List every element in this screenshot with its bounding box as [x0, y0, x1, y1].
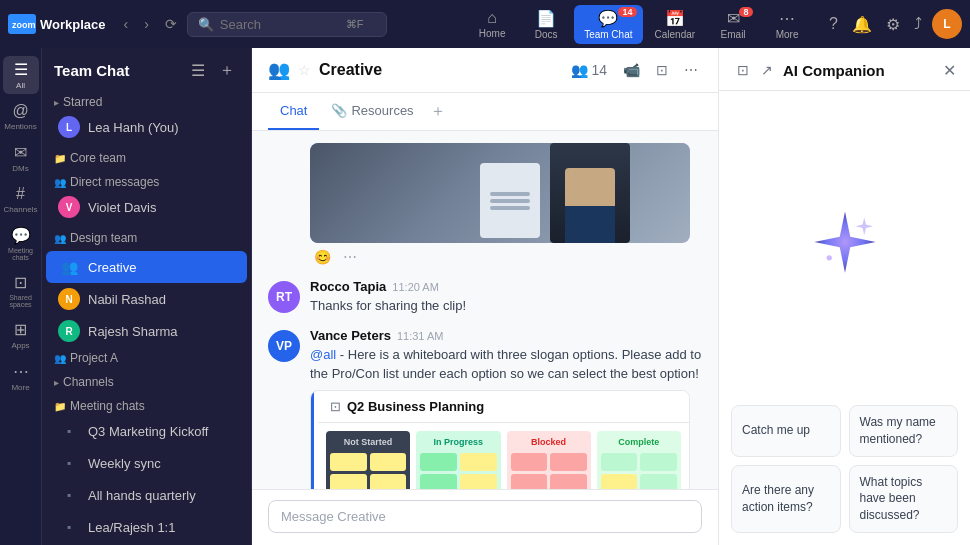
message-input[interactable]	[281, 509, 689, 524]
sidebar-icon-meeting-chats[interactable]: 💬 Meeting chats	[3, 222, 39, 265]
nav-item-team-chat[interactable]: 14 💬 Team Chat	[574, 5, 642, 44]
nav-history-button[interactable]: ⟳	[159, 12, 183, 36]
sidebar-icon-mentions[interactable]: @ Mentions	[3, 98, 39, 135]
sidebar-icon-more[interactable]: ⋯ More	[3, 358, 39, 396]
sidebar-icon-channels[interactable]: # Channels	[3, 181, 39, 218]
tab-resources[interactable]: 📎 Resources	[319, 93, 425, 130]
chat-item-weekly-sync[interactable]: ▪ Weekly sync	[46, 447, 247, 479]
nav-item-more[interactable]: ⋯ More	[761, 5, 813, 44]
left-panel: Team Chat ☰ ＋ ▸ Starred L Lea Hanh (You)…	[42, 48, 252, 545]
chat-item-all-hands[interactable]: ▪ All hands quarterly	[46, 479, 247, 511]
ai-star-container	[719, 91, 970, 393]
nav-forward-button[interactable]: ›	[138, 12, 155, 36]
topics-discussed-label: What topics have been discussed?	[860, 475, 923, 523]
add-tab-button[interactable]: ＋	[426, 93, 450, 130]
not-started-label: Not Started	[330, 435, 406, 449]
kanban-col-in-progress: In Progress	[416, 431, 500, 490]
tab-chat[interactable]: Chat	[268, 93, 319, 130]
whiteboard-icon: ⊡	[330, 399, 341, 414]
ai-suggestion-topics-discussed[interactable]: What topics have been discussed?	[849, 465, 959, 533]
email-badge: 8	[739, 7, 753, 17]
all-icon: ☰	[14, 60, 28, 79]
violet-davis-avatar: V	[58, 196, 80, 218]
q3-icon: ▪	[58, 420, 80, 442]
design-team-header[interactable]: 👥 Design team	[42, 227, 251, 247]
ai-suggestion-name-mentioned[interactable]: Was my name mentioned?	[849, 405, 959, 457]
group-dm-icon: 👥	[54, 177, 66, 188]
nav-item-home[interactable]: ⌂ Home	[466, 5, 518, 43]
ai-suggestion-catch-up[interactable]: Catch me up	[731, 405, 841, 457]
help-button[interactable]: ?	[825, 11, 842, 37]
chat-item-q3-marketing[interactable]: ▪ Q3 Marketing Kickoff	[46, 415, 247, 447]
search-input[interactable]	[220, 17, 340, 32]
settings-button[interactable]: ⚙	[882, 11, 904, 38]
meeting-chats-section: 📁 Meeting chats ▪ Q3 Marketing Kickoff ▪…	[42, 395, 251, 545]
channel-star-icon[interactable]: ☆	[298, 62, 311, 78]
direct-messages-header[interactable]: 👥 Direct messages	[42, 171, 251, 191]
chat-item-creative[interactable]: 👥 Creative	[46, 251, 247, 283]
left-panel-scroll: ▸ Starred L Lea Hanh (You) 📁 Core team 👥	[42, 91, 251, 545]
starred-section-header[interactable]: ▸ Starred	[42, 91, 251, 111]
panel-filter-button[interactable]: ☰	[187, 59, 209, 82]
sidebar-icon-apps[interactable]: ⊞ Apps	[3, 316, 39, 354]
vance-avatar: VP	[268, 330, 300, 362]
nav-item-calendar[interactable]: 📅 Calendar	[645, 5, 706, 44]
notifications-button[interactable]: 🔔	[848, 11, 876, 38]
meeting-chats-folder-icon: 📁	[54, 401, 66, 412]
kanban-card	[511, 474, 548, 490]
kanban-card	[550, 453, 587, 471]
message-vance: VP Vance Peters 11:31 AM @all - Here is …	[268, 328, 702, 490]
direct-messages-section: 👥 Direct messages V Violet Davis	[42, 171, 251, 223]
video-button[interactable]: 📹	[619, 58, 644, 82]
ai-companion-title: AI Companion	[783, 62, 937, 79]
ai-close-button[interactable]: ✕	[943, 61, 956, 80]
chat-item-lea-hanh[interactable]: L Lea Hanh (You)	[46, 111, 247, 143]
chat-item-violet-davis[interactable]: V Violet Davis	[46, 191, 247, 223]
kanban-card	[460, 474, 497, 490]
sidebar-icon-dms[interactable]: ✉ DMs	[3, 139, 39, 177]
blocked-label: Blocked	[511, 435, 587, 449]
chat-item-nabil[interactable]: N Nabil Rashad	[46, 283, 247, 315]
nav-right-actions: ? 🔔 ⚙ ⤴ L	[825, 9, 962, 39]
sidebar-icon-all[interactable]: ☰ All	[3, 56, 39, 94]
not-started-cards	[330, 453, 406, 490]
chat-item-lea-rajesh[interactable]: ▪ Lea/Rajesh 1:1	[46, 511, 247, 543]
ai-popout-button[interactable]: ↗	[757, 60, 777, 80]
emoji-react-button[interactable]: 😊	[310, 247, 335, 267]
card-border	[311, 391, 314, 490]
message-rocco: RT Rocco Tapia 11:20 AM Thanks for shari…	[268, 279, 702, 316]
user-avatar[interactable]: L	[932, 9, 962, 39]
channels-section: ▸ Channels	[42, 371, 251, 391]
rocco-time: 11:20 AM	[392, 281, 438, 293]
meeting-chats-header[interactable]: 📁 Meeting chats	[42, 395, 251, 415]
email-icon: ✉	[727, 9, 740, 28]
core-team-header[interactable]: 📁 Core team	[42, 147, 251, 167]
nav-item-docs[interactable]: 📄 Docs	[520, 5, 572, 44]
ai-expand-button[interactable]: ⊡	[733, 60, 753, 80]
project-a-header[interactable]: 👥 Project A	[42, 347, 251, 367]
image-more-button[interactable]: ⋯	[339, 247, 361, 267]
nav-items: ⌂ Home 📄 Docs 14 💬 Team Chat 📅 Calendar …	[466, 5, 813, 44]
kanban-col-not-started: Not Started	[326, 431, 410, 490]
screen-share-button[interactable]: ⤴	[910, 11, 926, 37]
more-nav-icon: ⋯	[779, 9, 795, 28]
chat-item-rajesh[interactable]: R Rajesh Sharma	[46, 315, 247, 347]
ai-suggestion-action-items[interactable]: Are there any action items?	[731, 465, 841, 533]
core-team-section: 📁 Core team	[42, 147, 251, 167]
sidebar-more-label: More	[11, 383, 29, 392]
window-button[interactable]: ⊡	[652, 58, 672, 82]
member-count-button[interactable]: 👥 14	[567, 58, 611, 82]
vance-time: 11:31 AM	[397, 330, 443, 342]
nav-back-button[interactable]: ‹	[118, 12, 135, 36]
app-logo[interactable]: zoom Workplace	[8, 14, 106, 34]
weekly-sync-label: Weekly sync	[88, 456, 235, 471]
channels-header[interactable]: ▸ Channels	[42, 371, 251, 391]
sidebar-icon-shared-spaces[interactable]: ⊡ Shared spaces	[3, 269, 39, 312]
kanban-card-embed: ⊡ Q2 Business Planning Not Started	[310, 390, 690, 490]
nav-item-email[interactable]: 8 ✉ Email	[707, 5, 759, 44]
svg-point-2	[826, 255, 831, 260]
search-bar[interactable]: 🔍 ⌘F	[187, 12, 387, 37]
more-options-button[interactable]: ⋯	[680, 58, 702, 82]
panel-add-button[interactable]: ＋	[215, 58, 239, 83]
blocked-cards	[511, 453, 587, 490]
